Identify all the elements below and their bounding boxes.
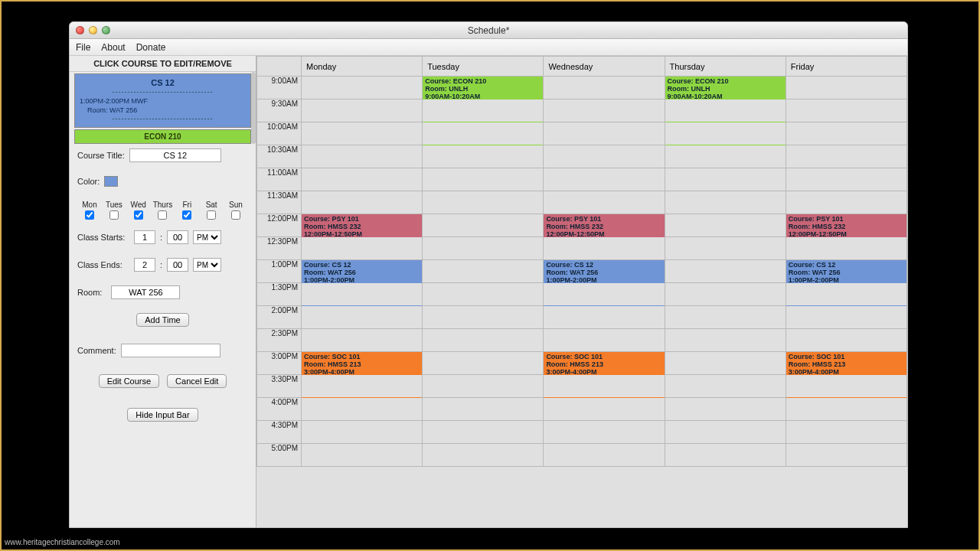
grid-cell[interactable] xyxy=(786,145,906,168)
grid-cell[interactable] xyxy=(423,145,544,168)
grid-cell[interactable] xyxy=(423,329,544,352)
grid-cell[interactable] xyxy=(665,306,786,329)
menu-donate[interactable]: Donate xyxy=(136,42,166,53)
grid-cell[interactable]: Course: PSY 101Room: HMSS 23212:00PM-12:… xyxy=(786,214,906,237)
grid-cell[interactable] xyxy=(786,191,906,214)
course-item-econ210[interactable]: ECON 210 xyxy=(74,129,251,144)
grid-cell[interactable] xyxy=(302,99,423,122)
starts-min[interactable] xyxy=(167,230,188,244)
day-checkbox-thurs[interactable] xyxy=(158,210,167,220)
grid-cell[interactable] xyxy=(423,168,544,191)
day-checkbox-fri[interactable] xyxy=(182,210,191,220)
grid-cell[interactable] xyxy=(302,329,423,352)
grid-cell[interactable]: Course: ECON 210Room: UNLH9:00AM-10:20AM xyxy=(665,77,786,99)
grid-cell[interactable] xyxy=(423,99,544,122)
grid-cell[interactable] xyxy=(786,283,906,306)
grid-cell[interactable]: Course: CS 12Room: WAT 2561:00PM-2:00PM xyxy=(302,260,423,283)
grid-cell[interactable] xyxy=(302,237,423,260)
day-checkbox-wed[interactable] xyxy=(134,210,143,220)
grid-cell[interactable] xyxy=(302,421,423,444)
grid-cell[interactable] xyxy=(423,214,544,237)
grid-cell[interactable] xyxy=(302,375,423,398)
grid-cell[interactable] xyxy=(665,168,786,191)
grid-cell[interactable] xyxy=(423,421,544,444)
menu-file[interactable]: File xyxy=(76,42,90,53)
day-checkbox-mon[interactable] xyxy=(85,210,94,220)
grid-cell[interactable] xyxy=(786,122,906,145)
grid-cell[interactable] xyxy=(786,398,906,421)
grid-cell[interactable] xyxy=(786,329,906,352)
grid-cell[interactable] xyxy=(786,375,906,398)
grid-cell[interactable] xyxy=(423,260,544,283)
grid-cell[interactable] xyxy=(665,260,786,283)
ends-hour[interactable] xyxy=(134,258,155,272)
grid-cell[interactable] xyxy=(544,168,665,191)
grid-cell[interactable]: Course: PSY 101Room: HMSS 23212:00PM-12:… xyxy=(544,214,665,237)
grid-cell[interactable] xyxy=(423,237,544,260)
grid-cell[interactable] xyxy=(423,306,544,329)
course-item-cs12[interactable]: CS 12 --------------------------------- … xyxy=(74,73,251,128)
grid-cell[interactable] xyxy=(665,214,786,237)
grid-cell[interactable] xyxy=(423,375,544,398)
course-title-input[interactable] xyxy=(129,148,221,162)
grid-cell[interactable] xyxy=(665,145,786,168)
grid-cell[interactable] xyxy=(544,283,665,306)
grid-cell[interactable] xyxy=(665,283,786,306)
grid-cell[interactable] xyxy=(665,329,786,352)
grid-cell[interactable] xyxy=(423,191,544,214)
grid-cell[interactable] xyxy=(544,237,665,260)
grid-cell[interactable] xyxy=(665,421,786,444)
grid-cell[interactable] xyxy=(423,122,544,145)
comment-input[interactable] xyxy=(121,344,220,357)
grid-cell[interactable] xyxy=(665,375,786,398)
grid-cell[interactable] xyxy=(302,444,423,467)
grid-cell[interactable] xyxy=(423,352,544,375)
grid-cell[interactable]: Course: SOC 101Room: HMSS 2133:00PM-4:00… xyxy=(786,352,906,375)
grid-cell[interactable] xyxy=(665,191,786,214)
grid-cell[interactable] xyxy=(423,444,544,467)
add-time-button[interactable]: Add Time xyxy=(136,313,188,327)
cancel-edit-button[interactable]: Cancel Edit xyxy=(167,374,227,388)
grid-cell[interactable] xyxy=(544,444,665,467)
edit-course-button[interactable]: Edit Course xyxy=(99,374,159,388)
grid-cell[interactable] xyxy=(665,444,786,467)
grid-cell[interactable]: Course: CS 12Room: WAT 2561:00PM-2:00PM xyxy=(544,260,665,283)
grid-cell[interactable] xyxy=(665,99,786,122)
grid-cell[interactable] xyxy=(302,398,423,421)
ends-min[interactable] xyxy=(167,258,188,272)
grid-cell[interactable] xyxy=(786,77,906,99)
grid-cell[interactable] xyxy=(544,99,665,122)
grid-cell[interactable] xyxy=(786,99,906,122)
grid-cell[interactable] xyxy=(302,306,423,329)
starts-hour[interactable] xyxy=(134,230,155,244)
grid-cell[interactable] xyxy=(302,283,423,306)
grid-cell[interactable] xyxy=(544,145,665,168)
grid-cell[interactable] xyxy=(302,77,423,99)
titlebar[interactable]: Schedule* xyxy=(70,22,907,39)
grid-cell[interactable] xyxy=(544,329,665,352)
day-checkbox-tues[interactable] xyxy=(109,210,119,220)
grid-cell[interactable] xyxy=(665,237,786,260)
grid-cell[interactable] xyxy=(302,122,423,145)
grid-cell[interactable] xyxy=(544,398,665,421)
grid-cell[interactable] xyxy=(786,421,906,444)
grid-cell[interactable] xyxy=(544,191,665,214)
ends-ampm[interactable]: PM xyxy=(193,258,221,272)
grid-cell[interactable] xyxy=(786,237,906,260)
grid-cell[interactable] xyxy=(302,168,423,191)
grid-cell[interactable]: Course: SOC 101Room: HMSS 2133:00PM-4:00… xyxy=(302,352,423,375)
grid-cell[interactable] xyxy=(786,444,906,467)
grid-cell[interactable] xyxy=(544,306,665,329)
menu-about[interactable]: About xyxy=(101,42,125,53)
scrollbar[interactable] xyxy=(251,72,256,144)
starts-ampm[interactable]: PM xyxy=(193,230,221,244)
grid-cell[interactable] xyxy=(544,375,665,398)
grid-cell[interactable] xyxy=(302,145,423,168)
grid-cell[interactable] xyxy=(786,168,906,191)
grid-cell[interactable] xyxy=(786,306,906,329)
color-swatch[interactable] xyxy=(104,176,118,187)
room-input[interactable] xyxy=(111,285,180,299)
hide-input-bar-button[interactable]: Hide Input Bar xyxy=(127,408,198,422)
grid-cell[interactable] xyxy=(544,122,665,145)
day-checkbox-sat[interactable] xyxy=(207,210,216,220)
